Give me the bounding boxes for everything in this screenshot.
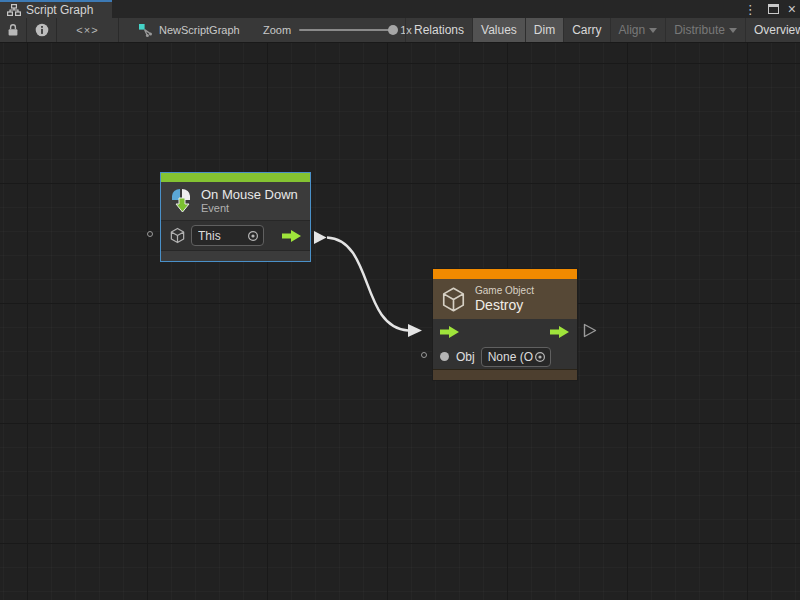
- node-subtitle: Event: [201, 202, 298, 215]
- lock-button[interactable]: [0, 18, 27, 42]
- node-title: On Mouse Down: [201, 187, 298, 202]
- info-icon: [35, 23, 49, 37]
- graph-toolbar: <×> NewScriptGraph Zoom 1x Relations Va: [0, 18, 800, 43]
- node-on-mouse-down[interactable]: On Mouse Down Event This: [160, 172, 311, 262]
- close-icon[interactable]: ×: [788, 2, 796, 16]
- object-picker-icon[interactable]: [534, 351, 546, 363]
- code-preview-button[interactable]: <×>: [57, 18, 119, 42]
- relations-button[interactable]: Relations: [405, 18, 472, 42]
- toolbar-toggle-group: Relations Values Dim Carry Align Distrib…: [405, 18, 800, 42]
- code-preview-label: <×>: [76, 24, 98, 36]
- dim-button[interactable]: Dim: [525, 18, 563, 42]
- zoom-control: Zoom 1x: [263, 18, 412, 42]
- wire-end-arrow: [408, 324, 422, 337]
- overview-button[interactable]: Overview: [745, 18, 800, 42]
- graph-hierarchy-icon: [7, 4, 21, 16]
- node-header: Game Object Destroy: [433, 279, 577, 319]
- lock-icon: [7, 23, 19, 37]
- node-footer: [433, 369, 577, 380]
- obj-object-field[interactable]: None (O: [481, 347, 551, 367]
- connection-layer: [0, 43, 800, 600]
- script-graph-window: Script Graph ⋮ × <×>: [0, 0, 800, 600]
- node-destroy[interactable]: Game Object Destroy Obj None (O: [432, 268, 578, 381]
- tab-title: Script Graph: [26, 3, 93, 17]
- node-port-row: This: [161, 220, 310, 250]
- obj-value: None (O: [488, 350, 538, 364]
- carry-button[interactable]: Carry: [563, 18, 609, 42]
- chevron-down-icon: [649, 28, 657, 33]
- obj-port-row: Obj None (O: [433, 344, 577, 369]
- obj-input-port[interactable]: [421, 352, 427, 358]
- event-accent-bar: [161, 173, 310, 182]
- zoom-label: Zoom: [263, 24, 291, 36]
- destroy-accent-bar: [433, 269, 577, 279]
- target-input-port[interactable]: [147, 231, 153, 237]
- obj-label: Obj: [456, 350, 475, 364]
- flow-input-arrow[interactable]: [440, 326, 460, 338]
- target-value: This: [198, 229, 247, 243]
- distribute-label: Distribute: [674, 23, 725, 37]
- node-category: Game Object: [475, 285, 534, 297]
- info-button[interactable]: [27, 18, 57, 42]
- wire-start-arrow: [314, 231, 327, 244]
- node-graph-icon: [138, 23, 153, 38]
- flow-output-arrow[interactable]: [282, 230, 302, 242]
- mouse-down-icon: [169, 188, 193, 215]
- obj-value-port-dot: [440, 352, 449, 361]
- values-button[interactable]: Values: [472, 18, 525, 42]
- carry-label: Carry: [572, 23, 601, 37]
- flow-port-row: [433, 319, 577, 344]
- zoom-slider-thumb[interactable]: [388, 25, 398, 35]
- game-object-cube-icon: [440, 286, 467, 313]
- chevron-down-icon: [729, 28, 737, 33]
- relations-label: Relations: [414, 23, 464, 37]
- maximize-icon[interactable]: [768, 4, 779, 14]
- flow-wire[interactable]: [327, 238, 408, 331]
- graph-name: NewScriptGraph: [159, 24, 240, 36]
- zoom-slider[interactable]: [299, 29, 393, 31]
- destroy-flow-out-port[interactable]: [585, 325, 596, 337]
- dim-label: Dim: [534, 23, 555, 37]
- tab-strip: Script Graph ⋮ ×: [0, 0, 800, 18]
- window-menu-icon[interactable]: ⋮: [742, 3, 759, 16]
- node-footer: [161, 250, 310, 261]
- game-object-cube-icon: [169, 227, 186, 244]
- node-header: On Mouse Down Event: [161, 182, 310, 220]
- window-controls: ⋮ ×: [742, 0, 796, 18]
- graph-reference[interactable]: NewScriptGraph: [138, 18, 240, 42]
- align-dropdown[interactable]: Align: [610, 18, 666, 42]
- align-label: Align: [619, 23, 646, 37]
- graph-canvas[interactable]: On Mouse Down Event This: [0, 43, 800, 600]
- distribute-dropdown[interactable]: Distribute: [665, 18, 745, 42]
- node-title: Destroy: [475, 297, 534, 313]
- object-picker-icon[interactable]: [247, 230, 259, 242]
- flow-output-arrow[interactable]: [550, 326, 570, 338]
- overview-label: Overview: [754, 23, 800, 37]
- target-object-field[interactable]: This: [191, 225, 264, 246]
- values-label: Values: [481, 23, 517, 37]
- tab-script-graph[interactable]: Script Graph: [0, 0, 112, 18]
